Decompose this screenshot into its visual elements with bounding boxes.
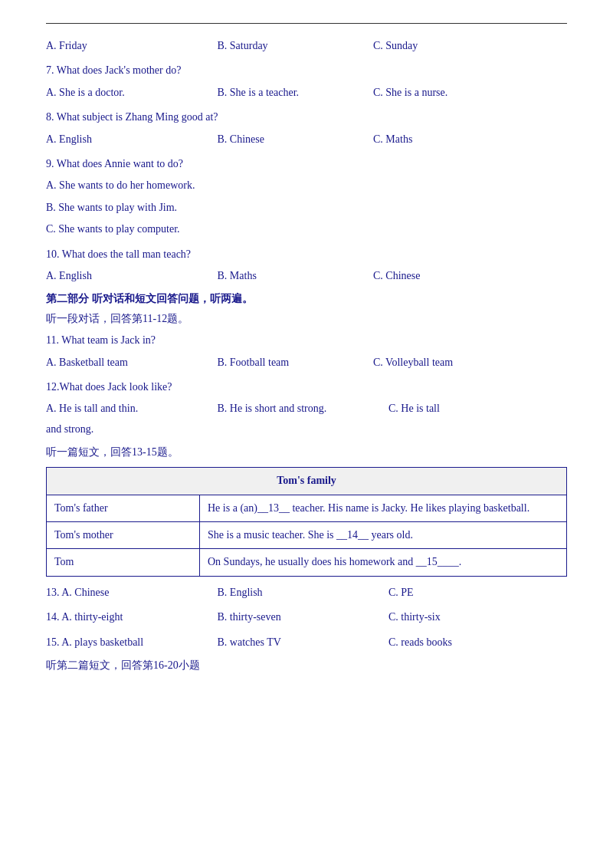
q12-text: 12.What does Jack look like? (46, 379, 567, 396)
q14-options: 14. A. thirty-eight B. thirty-seven C. t… (46, 609, 567, 626)
q10-option-c: C. Chinese (373, 268, 420, 284)
q7-option-c: C. She is a nurse. (373, 84, 447, 101)
q12-option-c-part2: and strong. (46, 421, 567, 438)
top-divider (46, 23, 567, 24)
q10-text: 10. What does the tall man teach? (46, 246, 567, 263)
q11-option-b: B. Football team (218, 354, 371, 371)
table-row-tom-label: Tom (47, 549, 200, 576)
q7-options: A. She is a doctor. B. She is a teacher.… (46, 84, 567, 101)
q10-option-a: A. English (46, 268, 215, 284)
q14-option-c: C. thirty-six (388, 611, 441, 623)
table-row-father-label: Tom's father (47, 495, 200, 521)
q12-option-b: B. He is short and strong. (218, 400, 386, 417)
q6-option-a: A. Friday (46, 38, 215, 54)
q7-option-a: A. She is a doctor. (46, 84, 215, 101)
toms-family-table: Tom's family Tom's father He is a (an)__… (46, 467, 567, 577)
section2-subheader1: 听一段对话，回答第11-12题。 (46, 312, 567, 326)
q13-options: 13. A. Chinese B. English C. PE (46, 584, 567, 601)
q9-option-a: A. She wants to do her homework. (46, 177, 567, 194)
q8-option-a: A. English (46, 131, 215, 148)
q12-option-c-part1: C. He is tall (388, 403, 440, 414)
q15-text: 15. A. plays basketball (46, 634, 215, 651)
section2-subheader2: 听一篇短文，回答13-15题。 (46, 446, 567, 459)
q7-text: 7. What does Jack's mother do? (46, 62, 567, 79)
table-row-tom-content: On Sundays, he usually does his homework… (200, 549, 567, 576)
q10-option-b: B. Maths (218, 268, 371, 284)
q8-text: 8. What subject is Zhang Ming good at? (46, 109, 567, 126)
q13-option-b: B. English (218, 584, 386, 601)
q9-option-c: C. She wants to play computer. (46, 221, 567, 238)
q11-options: A. Basketball team B. Football team C. V… (46, 354, 567, 371)
table-title: Tom's family (47, 468, 567, 495)
q15-option-b: B. watches TV (218, 634, 386, 651)
q8-option-b: B. Chinese (218, 131, 371, 148)
q11-option-a: A. Basketball team (46, 354, 215, 371)
q11-option-c: C. Volleyball team (373, 354, 453, 371)
q13-text: 13. A. Chinese (46, 584, 215, 601)
q15-option-c: C. reads books (388, 636, 452, 648)
table-row-mother-content: She is a music teacher. She is __14__ ye… (200, 522, 567, 549)
q10-options: A. English B. Maths C. Chinese (46, 268, 567, 284)
q15-options: 15. A. plays basketball B. watches TV C.… (46, 634, 567, 651)
q12-options: A. He is tall and thin. B. He is short a… (46, 400, 567, 417)
q13-option-c: C. PE (388, 587, 414, 598)
section2-header: 第二部分 听对话和短文回答问题，听两遍。 (46, 292, 567, 306)
q9-option-b: B. She wants to play with Jim. (46, 199, 567, 216)
table-row-mother-label: Tom's mother (47, 522, 200, 549)
q8-option-c: C. Maths (373, 131, 412, 148)
q14-text: 14. A. thirty-eight (46, 609, 215, 626)
q6-option-b: B. Saturday (218, 38, 371, 54)
q12-option-a: A. He is tall and thin. (46, 400, 215, 417)
q11-text: 11. What team is Jack in? (46, 332, 567, 349)
q9-text: 9. What does Annie want to do? (46, 156, 567, 173)
q6-option-c: C. Sunday (373, 38, 418, 54)
q7-option-b: B. She is a teacher. (218, 84, 371, 101)
q6-options: A. Friday B. Saturday C. Sunday (46, 38, 567, 54)
section2-subheader3: 听第二篇短文，回答第16-20小题 (46, 659, 567, 672)
q14-option-b: B. thirty-seven (218, 609, 386, 626)
table-row-father-content: He is a (an)__13__ teacher. His name is … (200, 495, 567, 521)
q8-options: A. English B. Chinese C. Maths (46, 131, 567, 148)
